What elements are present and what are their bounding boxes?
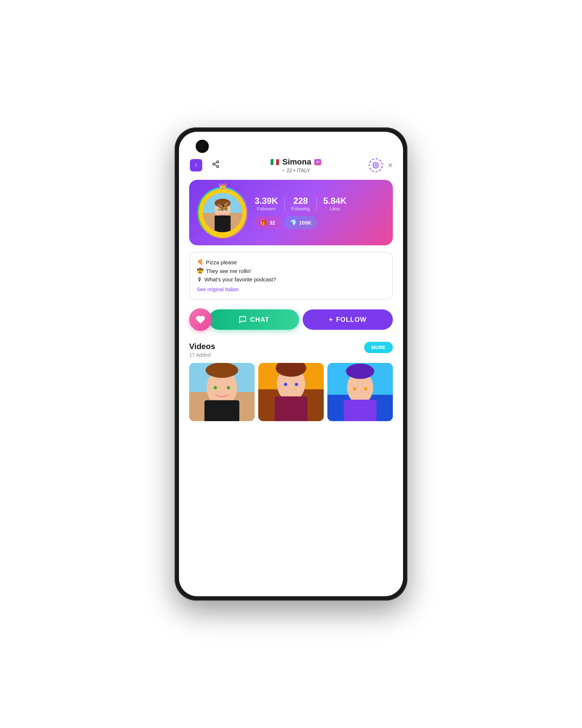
follow-button[interactable]: + FOLLOW xyxy=(303,309,393,330)
shield-icon: ! xyxy=(190,159,202,171)
follow-label: FOLLOW xyxy=(336,316,367,324)
shield-label: ! xyxy=(195,162,197,168)
phone-device: ! xyxy=(175,127,407,601)
svg-point-33 xyxy=(346,364,374,379)
see-original-link[interactable]: See original Italian xyxy=(197,286,239,292)
header-left-actions: ! xyxy=(189,158,223,172)
gifts-badge[interactable]: 🎁 32 xyxy=(255,217,281,229)
gender-symbol: ♀ xyxy=(281,167,285,173)
stats-row: 3.39K Followers 228 Following 5.84K Like… xyxy=(255,197,385,211)
followers-stat: 3.39K Followers xyxy=(255,197,284,211)
svg-point-12 xyxy=(215,199,231,207)
bio-text-1: Pizza please xyxy=(206,259,237,265)
bio-line-3: 🎙 What's your favorite podcast? xyxy=(197,276,385,282)
videos-title-area: Videos 17 Added xyxy=(189,342,215,358)
separator: • xyxy=(294,167,297,173)
svg-point-19 xyxy=(206,363,238,378)
gifts-count: 32 xyxy=(270,220,275,226)
profile-banner: 🦋 👑 3.39K Followers 228 xyxy=(189,180,393,245)
videos-header: Videos 17 Added MORE xyxy=(189,342,393,358)
video-thumb-2[interactable] xyxy=(258,363,324,421)
gift-icon: 🎁 xyxy=(260,219,267,226)
avatar-ring xyxy=(197,187,248,238)
profile-name-row: 🇮🇹 Simona ✉ xyxy=(270,157,321,167)
videos-title: Videos xyxy=(189,342,215,351)
top-header: ! xyxy=(189,157,393,173)
avatar-yellow-ring xyxy=(199,189,247,237)
following-stat: 228 Following xyxy=(285,197,316,211)
bio-line-2: 🤠 They see me rollin' xyxy=(197,268,385,274)
bio-text-3: What's your favorite podcast? xyxy=(204,276,276,282)
video-thumbnails xyxy=(189,363,393,421)
more-button[interactable]: MORE xyxy=(364,342,393,353)
age: 22 xyxy=(287,167,292,173)
videos-count: 17 Added xyxy=(189,352,215,358)
avatar-badge-wrap: 🦋 👑 xyxy=(197,187,248,238)
bio-emoji-3: 🎙 xyxy=(197,276,202,282)
header-right-actions: × xyxy=(369,158,393,172)
bio-box: 🍕 Pizza please 🤠 They see me rollin' 🎙 W… xyxy=(189,252,393,300)
diamond-icon: 💎 xyxy=(290,219,297,226)
svg-line-3 xyxy=(215,165,217,166)
video-thumb-3[interactable] xyxy=(327,363,393,421)
country-flag: 🇮🇹 xyxy=(270,158,279,166)
followers-label: Followers xyxy=(255,206,278,211)
likes-label: Likes xyxy=(323,206,347,211)
chat-button[interactable]: CHAT xyxy=(209,309,299,330)
svg-point-20 xyxy=(214,386,217,389)
profile-name: Simona xyxy=(282,157,311,167)
country: ITALY xyxy=(297,167,310,173)
svg-point-13 xyxy=(218,209,220,211)
svg-point-21 xyxy=(227,386,230,389)
camera-hole xyxy=(196,140,209,153)
svg-rect-25 xyxy=(275,396,307,421)
svg-point-34 xyxy=(353,387,356,391)
following-label: Following xyxy=(291,206,310,211)
phone-screen: ! xyxy=(179,132,403,596)
profile-header-center: 🇮🇹 Simona ✉ ♀ 22 • ITALY xyxy=(270,157,321,173)
chat-label: CHAT xyxy=(250,316,270,324)
svg-point-28 xyxy=(295,383,298,386)
diamonds-count: 100K xyxy=(299,220,311,226)
likes-stat: 5.84K Likes xyxy=(317,197,353,211)
followers-value: 3.39K xyxy=(255,197,278,205)
avatar-container: 🦋 👑 xyxy=(197,187,248,238)
bio-text-2: They see me rollin' xyxy=(206,268,251,274)
badges-row: 🎁 32 💎 100K xyxy=(255,217,385,229)
close-icon-symbol: × xyxy=(388,160,393,170)
action-buttons-row: CHAT + FOLLOW xyxy=(189,308,393,331)
svg-point-35 xyxy=(364,387,367,391)
stats-area: 3.39K Followers 228 Following 5.84K Like… xyxy=(255,197,385,229)
video-thumb-1[interactable] xyxy=(189,363,255,421)
bio-emoji-2: 🤠 xyxy=(197,268,204,274)
videos-section: Videos 17 Added MORE xyxy=(189,342,393,421)
svg-point-27 xyxy=(284,383,287,386)
screen-content: ! xyxy=(179,132,403,596)
settings-button[interactable] xyxy=(369,158,383,172)
profile-subtitle: ♀ 22 • ITALY xyxy=(270,167,321,173)
likes-value: 5.84K xyxy=(323,197,347,205)
share-icon xyxy=(212,160,220,170)
svg-point-5 xyxy=(375,165,377,166)
bio-emoji-1: 🍕 xyxy=(197,259,204,265)
verified-badge: ✉ xyxy=(314,159,321,165)
close-button[interactable]: × xyxy=(388,160,393,170)
shield-button[interactable]: ! xyxy=(189,158,203,172)
svg-rect-18 xyxy=(204,400,239,422)
like-button[interactable] xyxy=(189,308,212,331)
svg-rect-32 xyxy=(344,400,376,421)
crown-decoration: 👑 xyxy=(219,183,227,191)
bio-line-1: 🍕 Pizza please xyxy=(197,259,385,265)
svg-point-14 xyxy=(226,209,227,211)
diamonds-badge[interactable]: 💎 100K xyxy=(284,217,317,229)
following-value: 228 xyxy=(291,197,310,205)
svg-line-4 xyxy=(215,162,217,164)
follow-plus-icon: + xyxy=(329,316,333,324)
svg-rect-9 xyxy=(215,215,231,232)
avatar-image xyxy=(203,193,242,232)
share-button[interactable] xyxy=(209,158,223,172)
